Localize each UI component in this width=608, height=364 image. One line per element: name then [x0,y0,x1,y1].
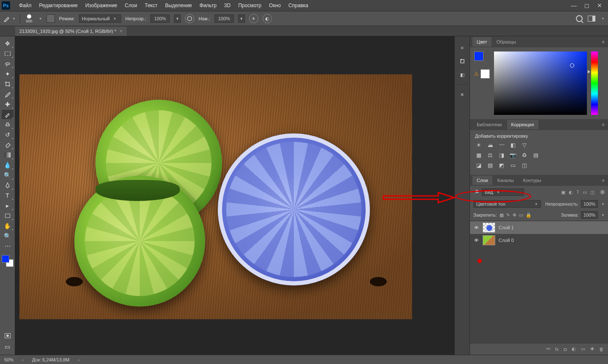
lock-all-icon[interactable]: 🔒 [526,212,532,218]
lock-artboard-icon[interactable]: ▭ [519,212,523,218]
zoom-readout[interactable]: 50% [4,357,14,362]
flow-chevron[interactable]: ▼ [238,14,245,23]
opacity-input[interactable]: 100% [150,14,170,23]
new-layer-icon[interactable]: ✚ [590,346,594,352]
settings-panel-icon[interactable]: ✕ [458,91,467,98]
panel-menu-icon[interactable]: ≡ [602,122,605,127]
pen-tool[interactable] [2,181,14,190]
filter-toggle[interactable] [600,190,605,194]
layer-name[interactable]: Слой 1 [499,225,514,230]
search-icon[interactable] [576,15,583,22]
quickmask-icon[interactable] [2,331,14,340]
hue-sat-icon[interactable]: ▦ [475,151,483,159]
chevron-down-icon[interactable]: ▼ [601,213,605,217]
tab-channels[interactable]: Каналы [493,176,518,185]
history-panel-icon[interactable]: ≡ [458,44,467,52]
layer-thumbnail[interactable] [483,223,495,233]
actions-panel-icon[interactable] [458,57,467,65]
filter-adj-icon[interactable]: ◐ [569,190,573,195]
filter-pixel-icon[interactable]: ▣ [561,190,565,195]
fill-input[interactable]: 100% [581,211,598,219]
filter-kind-select[interactable]: Вид▼ [482,188,524,196]
color-swatches[interactable] [2,255,14,267]
airbrush-icon[interactable]: ✈ [249,14,258,23]
type-tool[interactable]: T [2,191,14,200]
layer-row[interactable]: 👁 Слой 1 [470,221,608,234]
eyedropper-tool[interactable] [2,90,14,99]
move-tool[interactable]: ✥ [2,39,14,48]
menu-image[interactable]: Изображение [81,0,121,11]
opacity-chevron[interactable]: ▼ [174,14,181,23]
brush-preview[interactable]: 600 [24,14,34,23]
eraser-tool[interactable] [2,140,14,149]
layer-row[interactable]: 👁 Слой 0 [470,234,608,247]
stamp-tool[interactable] [2,120,14,129]
menu-layers[interactable]: Слои [121,0,141,11]
tab-layers[interactable]: Слои [472,176,492,185]
screenmode-icon[interactable]: ▭ [2,342,14,351]
zoom-tool[interactable]: 🔍 [2,231,14,241]
document-canvas[interactable] [19,74,412,319]
menu-edit[interactable]: Редактирование [35,0,81,11]
panel-menu-icon[interactable]: ≡ [602,39,605,44]
visibility-toggle-icon[interactable]: 👁 [473,225,479,231]
menu-help[interactable]: Справка [285,0,312,11]
filter-type-icon[interactable]: T [576,190,579,195]
layer-thumbnail[interactable] [483,235,495,245]
color-fg-swatch[interactable] [474,52,483,61]
levels-icon[interactable]: ⛰ [486,141,494,149]
threshold-icon[interactable]: ◩ [498,161,505,169]
new-adjustment-icon[interactable]: ◐ [572,346,576,352]
lock-move-icon[interactable]: ✥ [513,212,516,218]
hue-slider[interactable] [591,52,598,115]
tool-preset-picker[interactable]: ▼ [3,15,16,22]
brush-panel-toggle-icon[interactable] [46,14,55,23]
gradient-map-icon[interactable]: ▭ [509,161,517,169]
posterize-icon[interactable]: ▨ [486,161,494,169]
gamut-warning-icon[interactable]: ⚠ [474,71,479,77]
chevron-down-icon[interactable]: ▼ [601,202,605,206]
delete-layer-icon[interactable]: 🗑 [599,347,604,352]
menu-text[interactable]: Текст [141,0,161,11]
color-lookup-icon[interactable]: ▤ [532,151,540,159]
invert-icon[interactable]: ◪ [475,161,483,169]
color-picker-field[interactable] [494,52,587,115]
lasso-tool[interactable] [2,59,14,68]
chevron-down-icon[interactable]: ▼ [39,17,42,21]
channel-mixer-icon[interactable]: ♻ [521,151,528,159]
chevron-right-icon[interactable]: › [78,357,80,362]
brightness-icon[interactable]: ☀ [475,141,483,149]
menu-3d[interactable]: 3D [220,0,234,11]
tab-libraries[interactable]: Библиотеки [472,120,506,129]
window-close-icon[interactable]: ✕ [597,2,602,9]
layer-opacity-input[interactable]: 100% [581,200,598,208]
properties-panel-icon[interactable]: ◧ [458,71,467,79]
lock-position-icon[interactable]: ✎ [506,212,510,218]
blend-mode-select[interactable]: Нормальный ▼ [79,14,121,23]
panel-menu-icon[interactable]: ≡ [602,178,605,183]
color-bg-swatch[interactable] [480,69,490,79]
menu-file[interactable]: Файл [15,0,35,11]
menu-select[interactable]: Выделение [161,0,196,11]
tab-swatches[interactable]: Образцы [492,37,520,46]
brush-tool[interactable] [2,110,14,119]
close-tab-icon[interactable]: × [119,28,122,34]
exposure-icon[interactable]: ◧ [509,141,517,149]
pressure-size-icon[interactable]: ◐ [263,14,272,23]
doc-info[interactable]: Док: 6,24M/13,8M [32,357,70,362]
link-layers-icon[interactable]: ⚯ [546,346,550,352]
workspace-switcher-icon[interactable] [588,16,595,22]
hand-tool[interactable]: ✋ [2,221,14,231]
tab-adjustments[interactable]: Коррекция [507,120,538,129]
history-brush-tool[interactable]: ↺ [2,130,14,139]
curves-icon[interactable]: 〰 [498,141,505,149]
menu-window[interactable]: Окно [265,0,285,11]
bw-icon[interactable]: ◨ [498,151,505,159]
rectangle-tool[interactable] [2,211,14,220]
marquee-tool[interactable] [2,49,14,58]
menu-filter[interactable]: Фильтр [196,0,220,11]
dodge-tool[interactable]: 🔍 [2,171,14,180]
edit-toolbar[interactable]: ⋯ [2,242,14,251]
tab-paths[interactable]: Контуры [519,176,546,185]
blur-tool[interactable]: 💧 [2,160,14,170]
